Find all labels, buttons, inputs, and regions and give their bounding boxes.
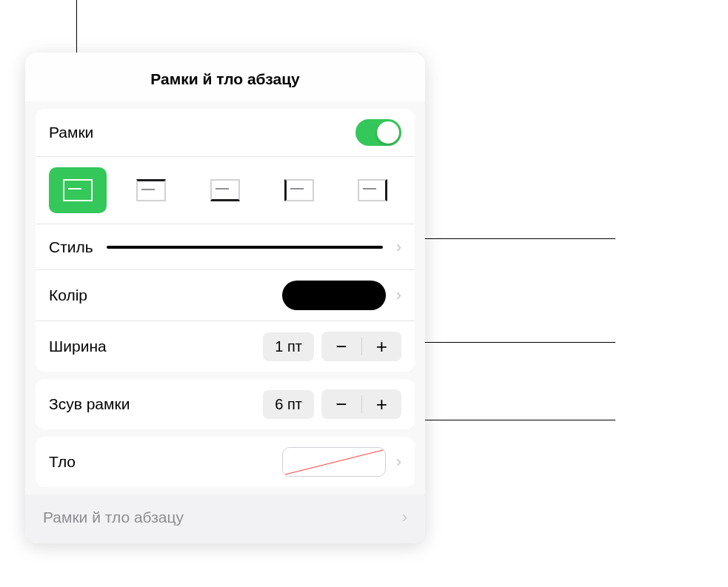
borders-background-panel: Рамки й тло абзацу Рамки — [25, 53, 425, 543]
border-right-button[interactable] — [344, 167, 401, 213]
border-top-button[interactable] — [123, 167, 181, 213]
width-decrement-button[interactable]: − — [321, 332, 361, 361]
width-label: Ширина — [49, 338, 107, 355]
offset-stepper: − + — [321, 389, 401, 419]
offset-decrement-button[interactable]: − — [321, 389, 361, 419]
color-swatch — [282, 281, 386, 310]
border-all-button[interactable] — [49, 167, 107, 213]
offset-value: 6 пт — [263, 390, 314, 419]
width-increment-button[interactable]: + — [362, 332, 402, 361]
border-right-icon — [358, 179, 387, 201]
background-row[interactable]: Тло › — [36, 437, 415, 487]
width-stepper: − + — [321, 332, 401, 361]
toggle-knob — [377, 121, 399, 144]
panel-pointer-arrow — [215, 542, 236, 543]
panel-title: Рамки й тло абзацу — [25, 53, 425, 101]
borders-toggle[interactable] — [355, 119, 401, 146]
border-left-icon — [284, 179, 314, 201]
offset-group: Зсув рамки 6 пт − + — [36, 379, 415, 429]
chevron-right-icon: › — [396, 452, 401, 472]
style-preview — [107, 246, 383, 249]
border-bottom-icon — [210, 179, 240, 201]
no-fill-icon — [282, 447, 386, 477]
border-bottom-button[interactable] — [196, 167, 254, 213]
chevron-right-icon: › — [396, 238, 401, 257]
width-row: Ширина 1 пт − + — [36, 321, 415, 372]
border-top-icon — [136, 179, 166, 201]
callout-line-style — [410, 238, 615, 239]
offset-label: Зсув рамки — [49, 395, 130, 413]
background-swatch — [282, 447, 386, 477]
bottom-nav-row[interactable]: Рамки й тло абзацу › — [25, 494, 425, 543]
style-row[interactable]: Стиль › — [36, 224, 415, 270]
chevron-right-icon: › — [402, 508, 407, 527]
bottom-nav-label: Рамки й тло абзацу — [43, 509, 184, 526]
border-position-row — [36, 157, 415, 224]
style-label: Стиль — [49, 238, 93, 256]
color-label: Колір — [49, 286, 87, 304]
border-all-icon — [63, 179, 93, 201]
borders-group: Рамки — [36, 109, 415, 372]
color-row[interactable]: Колір › — [36, 270, 415, 321]
border-left-button[interactable] — [270, 167, 328, 213]
borders-label: Рамки — [49, 124, 93, 141]
chevron-right-icon: › — [396, 286, 401, 305]
width-value: 1 пт — [263, 332, 314, 361]
offset-row: Зсув рамки 6 пт − + — [36, 379, 415, 429]
offset-increment-button[interactable]: + — [362, 389, 402, 419]
background-group: Тло › — [36, 437, 415, 487]
background-label: Тло — [49, 453, 76, 471]
borders-toggle-row: Рамки — [36, 109, 415, 157]
